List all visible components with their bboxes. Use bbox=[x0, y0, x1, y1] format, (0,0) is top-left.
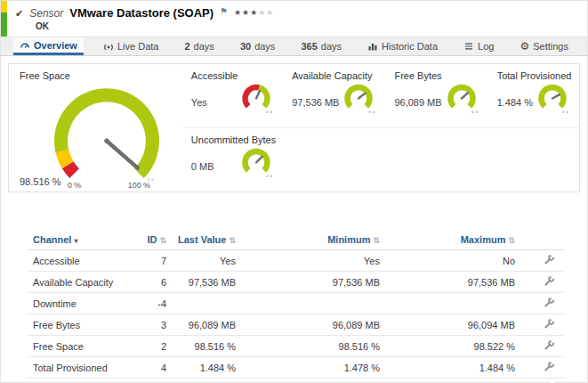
gauge-tick-mark bbox=[270, 111, 272, 113]
gauge-title: Total Provisioned bbox=[497, 70, 572, 81]
gear-icon: ⚙ bbox=[520, 41, 529, 52]
channel-name[interactable]: Uncommitted Bytes bbox=[28, 379, 134, 383]
tab-settings[interactable]: ⚙ Settings bbox=[513, 37, 575, 55]
object-kind-label: Sensor bbox=[29, 7, 63, 20]
gauge-value: 96,089 MB bbox=[394, 97, 441, 115]
stars-empty[interactable]: ★★ bbox=[258, 8, 274, 17]
tab-label: Settings bbox=[533, 41, 568, 52]
column-header-minimum[interactable]: Minimum⇅ bbox=[241, 230, 385, 250]
status-stripe bbox=[1, 1, 7, 37]
free-bytes-gauge bbox=[442, 82, 481, 115]
column-header-maximum[interactable]: Maximum⇅ bbox=[385, 230, 520, 250]
ok-check-icon: ✔ bbox=[15, 8, 23, 20]
available-capacity-gauge bbox=[339, 82, 378, 115]
gauge-accessible: Accessible Yes bbox=[182, 64, 283, 128]
tab-label: days bbox=[321, 41, 342, 52]
gauge-needle bbox=[358, 94, 365, 99]
sort-icon: ⇅ bbox=[508, 236, 515, 245]
tab-overview[interactable]: Overview bbox=[13, 37, 84, 55]
table-header-row: Channel▾ ID⇅ Last Value⇅ Minimum⇅ Maximu… bbox=[28, 230, 564, 250]
column-header-last-value[interactable]: Last Value⇅ bbox=[172, 230, 241, 250]
gauge-title: Uncommitted Bytes bbox=[191, 134, 276, 145]
table-row: Free Space 2 98.516 % 98.516 % 98.522 % bbox=[28, 336, 564, 357]
priority-stars[interactable]: ★★★★★ bbox=[234, 8, 274, 17]
gauge-total-provisioned: Total Provisioned 1.484 % bbox=[488, 64, 579, 128]
channel-name[interactable]: Downtime bbox=[28, 293, 134, 314]
table-row: Accessible 7 Yes Yes No bbox=[28, 250, 564, 272]
channel-minimum: 1.478 % bbox=[241, 357, 385, 379]
channel-maximum: 96,094 MB bbox=[385, 314, 520, 336]
channel-name[interactable]: Free Bytes bbox=[28, 314, 134, 336]
tab-label: days bbox=[194, 41, 214, 52]
channel-last-value: 98.516 % bbox=[172, 336, 241, 357]
channel-minimum: 96,089 MB bbox=[241, 314, 385, 336]
header-content: ✔ Sensor VMware Datastore (SOAP) ⚑ ★★★★★… bbox=[1, 1, 587, 31]
gauge-tick-mark bbox=[471, 111, 473, 113]
channel-maximum: 1.484 % bbox=[385, 357, 520, 379]
channel-name[interactable]: Available Capacity bbox=[28, 272, 134, 293]
channel-id: 7 bbox=[134, 250, 172, 272]
channel-settings-icon[interactable] bbox=[544, 254, 555, 267]
channel-maximum bbox=[385, 293, 520, 314]
sort-icon: ⇅ bbox=[229, 236, 236, 245]
gauge-icon bbox=[20, 40, 30, 51]
channel-minimum: 98.516 % bbox=[241, 336, 385, 357]
gauge-tick-mark bbox=[148, 179, 149, 181]
tab-log[interactable]: Log bbox=[457, 37, 500, 55]
stars-filled[interactable]: ★★★ bbox=[234, 8, 258, 17]
small-gauges-grid: Accessible Yes Available Capacity 97,536… bbox=[182, 64, 579, 192]
channel-name[interactable]: Free Space bbox=[28, 336, 134, 357]
gauge-needle bbox=[256, 157, 262, 163]
gauge-value: 0 MB bbox=[191, 161, 214, 179]
tab-label: Overview bbox=[34, 40, 77, 51]
channel-name[interactable]: Total Provisioned bbox=[28, 357, 134, 379]
channel-maximum: 0 MB bbox=[385, 379, 520, 383]
sort-desc-icon: ▾ bbox=[74, 237, 77, 245]
gauge-available-capacity: Available Capacity 97,536 MB bbox=[283, 64, 385, 128]
tab-30-days[interactable]: 30 days bbox=[234, 37, 282, 55]
tab-365-days[interactable]: 365 days bbox=[294, 37, 348, 55]
status-stripe-green bbox=[1, 12, 7, 37]
tab-label-number: 365 bbox=[301, 41, 317, 52]
channel-settings-icon[interactable] bbox=[544, 318, 555, 331]
sort-icon: ⇅ bbox=[373, 236, 380, 245]
table-row: Uncommitted Bytes 5 0 MB 0 MB 0 MB bbox=[28, 379, 564, 383]
channel-minimum: Yes bbox=[241, 250, 385, 272]
gauge-title: Available Capacity bbox=[292, 70, 378, 81]
channel-minimum bbox=[241, 293, 385, 314]
gauge-value: Yes bbox=[191, 97, 207, 115]
tab-2-days[interactable]: 2 days bbox=[178, 37, 220, 55]
tab-label: Log bbox=[478, 41, 494, 52]
gauge-tick-mark bbox=[267, 175, 269, 177]
sensor-overview-page: ✔ Sensor VMware Datastore (SOAP) ⚑ ★★★★★… bbox=[0, 0, 588, 383]
channel-last-value: 1.484 % bbox=[172, 357, 241, 379]
uncommitted-bytes-gauge bbox=[237, 146, 276, 179]
gauge-needle-hub bbox=[104, 139, 109, 143]
table-row: Free Bytes 3 96,089 MB 96,089 MB 96,094 … bbox=[28, 314, 564, 336]
channel-settings-icon[interactable] bbox=[544, 275, 555, 289]
column-header-channel[interactable]: Channel▾ bbox=[28, 230, 134, 250]
live-data-icon bbox=[103, 41, 114, 52]
channel-id: 5 bbox=[134, 379, 172, 383]
channel-last-value: 96,089 MB bbox=[172, 314, 241, 336]
flag-icon[interactable]: ⚑ bbox=[220, 6, 228, 16]
main-gauge-free-space: Free Space 0 % 100 % 98.516 % bbox=[9, 64, 182, 192]
channel-id: 4 bbox=[134, 357, 172, 379]
tab-live-data[interactable]: Live Data bbox=[97, 37, 165, 55]
gauge-scale-max: 100 % bbox=[128, 181, 150, 190]
gauge-needle bbox=[552, 94, 560, 98]
channel-settings-icon[interactable] bbox=[544, 297, 555, 310]
channel-settings-icon[interactable] bbox=[544, 361, 555, 374]
gauge-title: Accessible bbox=[191, 70, 276, 81]
channel-name[interactable]: Accessible bbox=[28, 250, 134, 272]
column-header-id[interactable]: ID⇅ bbox=[134, 230, 172, 250]
tab-label-number: 2 bbox=[184, 41, 189, 52]
total-provisioned-gauge bbox=[533, 82, 572, 115]
tab-historic-data[interactable]: Historic Data bbox=[361, 37, 444, 55]
gauge-tick-mark bbox=[373, 111, 375, 113]
channel-minimum: 0 MB bbox=[241, 379, 385, 383]
tab-label-number: 30 bbox=[240, 41, 251, 52]
priority-stripe-yellow bbox=[1, 1, 7, 12]
gauge-tick-mark bbox=[562, 111, 564, 113]
channel-settings-icon[interactable] bbox=[544, 339, 555, 353]
